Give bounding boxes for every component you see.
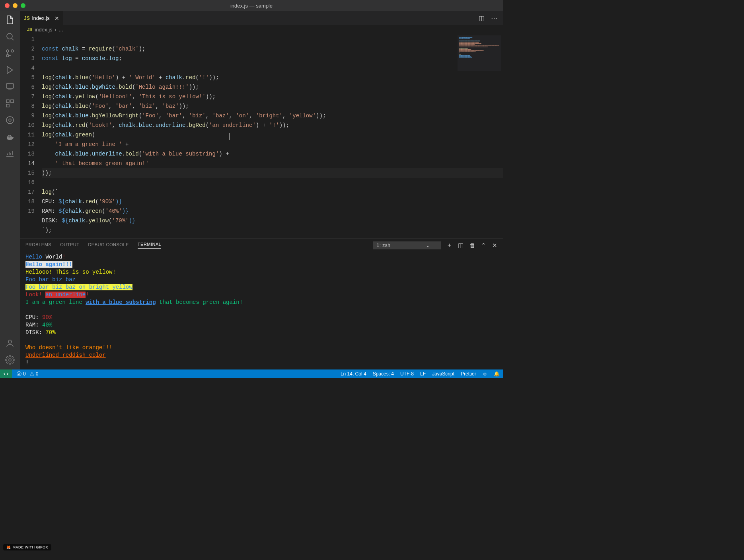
status-bell-icon[interactable]: 🔔	[494, 371, 500, 377]
graph-icon[interactable]	[5, 149, 15, 158]
extensions-icon[interactable]	[5, 99, 15, 108]
more-actions-icon[interactable]: ⋯	[491, 14, 497, 22]
panel-tab-bar: PROBLEMS OUTPUT DEBUG CONSOLE TERMINAL 1…	[20, 239, 503, 252]
docker-icon[interactable]	[5, 132, 15, 142]
code-line: const log = console.log;	[42, 55, 122, 62]
svg-point-0	[7, 33, 12, 39]
terminal-output[interactable]: Hello World! Hello again!!! Hellooo! Thi…	[20, 252, 503, 369]
code-line: log(chalk.blue('Hello') + ' World' + cha…	[42, 74, 219, 81]
status-language[interactable]: JavaScript	[432, 371, 454, 377]
svg-rect-7	[6, 104, 9, 107]
main-area: JS index.js ✕ ◫ ⋯ JS index.js › ... 1234…	[0, 11, 503, 369]
js-file-icon: JS	[24, 16, 30, 21]
code-line: log(chalk.yellow('Hellooo!', 'This is so…	[42, 93, 216, 100]
window-controls	[5, 3, 25, 8]
svg-point-1	[11, 50, 14, 52]
svg-point-3	[6, 50, 9, 52]
code-line: log(chalk.blue('Foo', 'bar', 'biz', 'baz…	[42, 103, 189, 109]
gitlens-icon[interactable]	[5, 115, 15, 125]
breadcrumb-rest: ...	[59, 27, 63, 33]
maximize-panel-icon[interactable]: ⌃	[481, 242, 487, 249]
status-prettier[interactable]: Prettier	[461, 371, 476, 377]
tab-debug-console[interactable]: DEBUG CONSOLE	[88, 242, 129, 249]
search-icon[interactable]	[5, 32, 15, 41]
code-line: 'I am a green line ' +	[42, 141, 129, 148]
titlebar: index.js — sample	[0, 0, 503, 11]
code-line: chalk.blue.underline.bold('with a blue s…	[42, 151, 229, 157]
chevron-down-icon: ⌄	[426, 243, 430, 248]
tab-output[interactable]: OUTPUT	[60, 242, 79, 249]
svg-point-11	[9, 359, 11, 361]
svg-point-10	[8, 340, 12, 343]
terminal-selector[interactable]: 1: zsh⌄	[373, 241, 441, 249]
close-window[interactable]	[5, 3, 10, 8]
settings-gear-icon[interactable]	[5, 355, 15, 365]
remote-indicator[interactable]	[0, 369, 12, 378]
svg-rect-4	[6, 84, 14, 88]
svg-rect-5	[6, 100, 9, 103]
maximize-window[interactable]	[21, 3, 25, 8]
tab-terminal[interactable]: TERMINAL	[138, 242, 162, 249]
editor-area: JS index.js ✕ ◫ ⋯ JS index.js › ... 1234…	[20, 11, 503, 369]
status-encoding[interactable]: UTF-8	[400, 371, 414, 377]
split-terminal-icon[interactable]: ◫	[458, 242, 464, 249]
terminal-panel: PROBLEMS OUTPUT DEBUG CONSOLE TERMINAL 1…	[20, 238, 503, 369]
status-bar: ⓧ 0 ⚠ 0 Ln 14, Col 4 Spaces: 4 UTF-8 LF …	[0, 369, 503, 378]
status-cursor-position[interactable]: Ln 14, Col 4	[341, 371, 366, 377]
new-terminal-icon[interactable]: ＋	[446, 241, 453, 249]
code-line: CPU: ${chalk.red('90%')}	[42, 198, 122, 205]
minimize-window[interactable]	[13, 3, 18, 8]
tab-label: index.js	[32, 15, 50, 21]
explorer-icon[interactable]	[5, 15, 15, 25]
code-line: RAM: ${chalk.green('40%')}	[42, 208, 129, 214]
tab-bar: JS index.js ✕ ◫ ⋯	[20, 11, 503, 25]
status-indentation[interactable]: Spaces: 4	[373, 371, 394, 377]
status-eol[interactable]: LF	[420, 371, 426, 377]
code-line: log(chalk.red('Look!', chalk.blue.underl…	[42, 122, 289, 128]
remote-explorer-icon[interactable]	[5, 82, 15, 91]
tab-index-js[interactable]: JS index.js ✕	[20, 11, 63, 25]
breadcrumb-file: index.js	[35, 27, 52, 33]
code-line: DISK: ${chalk.yellow('70%')}	[42, 218, 135, 224]
activity-bar	[0, 11, 20, 369]
code-line: `);	[42, 227, 52, 233]
code-line: log(chalk.blue.bgYellowBright('Foo', 'ba…	[42, 113, 326, 119]
svg-point-9	[9, 119, 11, 121]
run-debug-icon[interactable]	[5, 65, 15, 75]
svg-rect-6	[11, 100, 14, 103]
editor-actions: ◫ ⋯	[479, 14, 503, 22]
js-file-icon: JS	[27, 27, 32, 32]
close-panel-icon[interactable]: ✕	[492, 242, 498, 249]
code-line: ));	[42, 168, 503, 178]
account-icon[interactable]	[5, 338, 15, 348]
status-errors[interactable]: ⓧ 0	[17, 371, 26, 377]
status-feedback-icon[interactable]: ☺	[483, 371, 487, 377]
code-line	[42, 65, 45, 71]
code-line: ' that becomes green again!'	[42, 160, 149, 167]
svg-point-8	[6, 117, 14, 124]
tab-problems[interactable]: PROBLEMS	[25, 242, 51, 249]
code-editor[interactable]: 12345678910111213141516171819 const chal…	[20, 34, 503, 238]
code-line: log(`	[42, 189, 58, 195]
kill-terminal-icon[interactable]: 🗑	[469, 242, 476, 249]
source-control-icon[interactable]	[5, 49, 15, 58]
line-numbers: 12345678910111213141516171819	[20, 34, 42, 238]
split-editor-icon[interactable]: ◫	[479, 14, 485, 22]
breadcrumb[interactable]: JS index.js › ...	[20, 25, 503, 34]
close-tab-icon[interactable]: ✕	[55, 15, 59, 21]
code-line: const chalk = require('chalk');	[42, 46, 146, 52]
minimap[interactable]: ▄▄▄▄ ▄▄▄▄▄ ▄ ▄▄▄▄▄▄▄▄▄▄▄▄▄ ▄▄▄▄ ▄▄▄ ▄ ▄▄…	[458, 35, 501, 71]
window-title: index.js — sample	[230, 3, 273, 9]
code-content[interactable]: const chalk = require('chalk'); const lo…	[42, 34, 503, 238]
code-line: log(chalk.green(	[42, 132, 229, 138]
code-line: log(chalk.blue.bgWhite.bold('Hello again…	[42, 84, 199, 90]
status-warnings[interactable]: ⚠ 0	[30, 371, 39, 377]
breadcrumb-sep: ›	[55, 27, 56, 33]
